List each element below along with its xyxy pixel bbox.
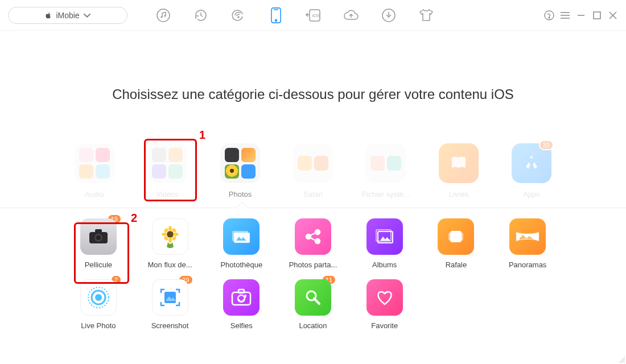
- category-label: Audio: [70, 190, 119, 198]
- item-photostream[interactable]: Mon flux de...: [140, 218, 200, 269]
- item-label: Photothèque: [211, 260, 271, 269]
- chevron-down-icon: [83, 11, 91, 19]
- svg-rect-48: [232, 292, 250, 305]
- toolbar: iMobie iOS: [0, 0, 626, 31]
- item-favorite[interactable]: Favorite: [355, 279, 415, 330]
- ios-export-icon[interactable]: iOS: [305, 7, 322, 24]
- music-tool-icon[interactable]: [155, 7, 172, 24]
- svg-text:iOS: iOS: [312, 13, 320, 18]
- item-label: Favorite: [355, 321, 415, 330]
- divider: [0, 208, 626, 208]
- svg-point-25: [168, 237, 172, 243]
- livephoto-icon: [80, 279, 117, 316]
- maximize-icon[interactable]: [592, 10, 602, 20]
- item-location[interactable]: 11 Location: [283, 279, 343, 330]
- svg-point-23: [167, 231, 174, 238]
- category-books[interactable]: Livres: [434, 143, 483, 198]
- item-label: Pellicule: [68, 260, 129, 269]
- svg-rect-20: [95, 229, 102, 233]
- category-filesystem[interactable]: Fichier systè...: [361, 143, 410, 198]
- item-label: Panoramas: [497, 260, 558, 269]
- callout-2: 2: [131, 212, 137, 225]
- svg-point-0: [157, 9, 170, 22]
- history-tool-icon[interactable]: [192, 7, 209, 24]
- videos-folder-icon: [147, 143, 187, 183]
- svg-point-36: [315, 239, 320, 243]
- category-label: Safari: [289, 190, 337, 198]
- phone-tool-icon[interactable]: [267, 7, 285, 24]
- category-row: Audio Vidéos Photos Safari Fichier systè…: [0, 143, 626, 198]
- category-label: Apps: [507, 190, 556, 198]
- svg-rect-16: [594, 12, 600, 19]
- item-screenshot[interactable]: 29 Screenshot: [140, 279, 200, 330]
- category-label: Fichier systè...: [361, 190, 410, 198]
- item-burst[interactable]: Rafale: [426, 218, 486, 269]
- svg-line-38: [310, 238, 316, 241]
- item-livephoto[interactable]: 2 Live Photo: [68, 279, 129, 330]
- svg-point-26: [162, 233, 167, 236]
- item-label: Photos parta...: [283, 260, 343, 269]
- menu-icon[interactable]: [560, 10, 570, 20]
- minimize-icon[interactable]: [576, 10, 586, 20]
- category-safari[interactable]: Safari: [289, 143, 337, 198]
- books-folder-icon: [439, 143, 479, 183]
- location-icon: [295, 279, 331, 316]
- category-apps[interactable]: 33 Apps: [507, 143, 556, 198]
- screenshot-icon: [152, 279, 188, 316]
- svg-point-6: [275, 19, 277, 21]
- close-icon[interactable]: [608, 10, 618, 20]
- wifi-tool-icon[interactable]: [230, 7, 247, 24]
- apple-icon: [44, 11, 52, 19]
- help-icon[interactable]: [544, 10, 554, 20]
- item-phototheque[interactable]: Photothèque: [211, 218, 271, 269]
- item-label: Selfies: [211, 321, 271, 330]
- item-albums[interactable]: Albums: [355, 218, 415, 269]
- sunflower-icon: [152, 218, 188, 255]
- svg-point-1: [160, 16, 162, 18]
- panorama-icon: [509, 218, 546, 255]
- item-label: Screenshot: [140, 321, 200, 330]
- audio-folder-icon: [75, 143, 114, 183]
- photos-sub-grid: 19 Pellicule Mon flux de... Photothèque …: [0, 208, 626, 330]
- tshirt-tool-icon[interactable]: [418, 7, 435, 24]
- burst-icon: [438, 218, 474, 255]
- filesystem-folder-icon: [366, 143, 406, 183]
- library-icon: [223, 218, 260, 255]
- item-label: Mon flux de...: [140, 260, 200, 269]
- category-audio[interactable]: Audio: [70, 143, 119, 198]
- albums-icon: [366, 218, 403, 255]
- item-selfies[interactable]: Selfies: [211, 279, 271, 330]
- cloud-tool-icon[interactable]: [343, 7, 360, 24]
- window-controls: [544, 10, 618, 20]
- brand-dropdown[interactable]: iMobie: [8, 7, 127, 24]
- camera-icon: [80, 218, 117, 255]
- item-label: Live Photo: [68, 321, 129, 330]
- page-title: Choisissez une catégorie ci-dessous pour…: [0, 86, 626, 102]
- callout-1: 1: [199, 129, 205, 142]
- item-label: Rafale: [426, 260, 486, 269]
- brand-label: iMobie: [56, 11, 79, 20]
- svg-line-37: [310, 233, 316, 235]
- svg-rect-43: [452, 233, 463, 241]
- category-label: Photos: [216, 190, 265, 198]
- share-icon: [295, 218, 331, 255]
- item-pellicule[interactable]: 19 Pellicule: [68, 218, 129, 269]
- item-label: Location: [283, 321, 343, 330]
- item-shared[interactable]: Photos parta...: [283, 218, 343, 269]
- svg-point-46: [95, 294, 102, 301]
- svg-point-11: [549, 17, 550, 18]
- svg-point-27: [173, 233, 179, 236]
- svg-line-51: [314, 299, 319, 304]
- download-tool-icon[interactable]: [380, 7, 397, 24]
- item-panoramas[interactable]: Panoramas: [497, 218, 558, 269]
- resize-grip-icon[interactable]: [618, 356, 625, 363]
- category-videos[interactable]: Vidéos: [143, 143, 192, 198]
- category-photos[interactable]: Photos: [216, 143, 265, 198]
- svg-point-24: [168, 226, 172, 231]
- category-label: Livres: [434, 190, 483, 198]
- svg-point-22: [96, 235, 101, 240]
- favorite-icon: [366, 279, 403, 316]
- svg-point-35: [315, 230, 320, 234]
- svg-line-54: [624, 362, 625, 363]
- svg-point-3: [238, 16, 239, 18]
